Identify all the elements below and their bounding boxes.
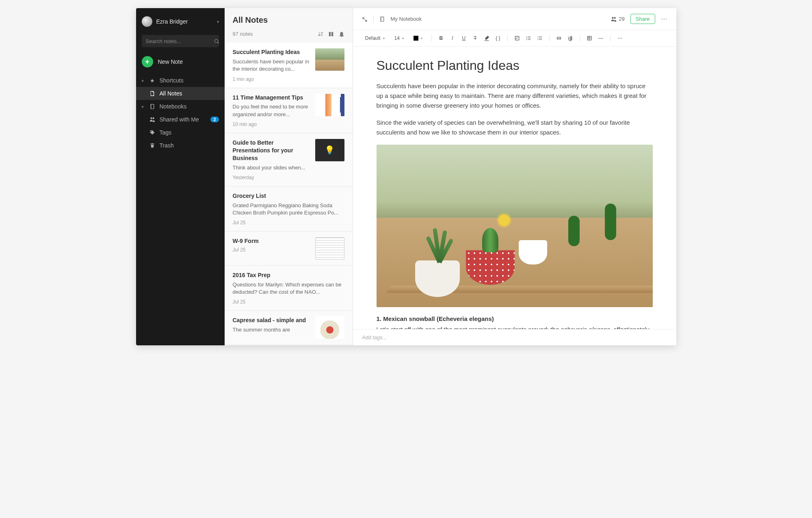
italic-button[interactable]: I xyxy=(449,35,456,41)
table-button[interactable] xyxy=(586,35,593,41)
sidebar: Ezra Bridger ▾ + New Note ▶ ★ Shortcuts … xyxy=(136,8,225,345)
note-icon xyxy=(149,90,156,97)
attachment-button[interactable] xyxy=(567,35,574,41)
strikethrough-button[interactable]: T xyxy=(472,35,479,41)
editor-header: My Notebook 29 Share ⋯ xyxy=(353,8,676,30)
note-time: 1 min ago xyxy=(233,76,311,82)
user-name: Ezra Bridger xyxy=(156,18,213,25)
chevron-down-icon: ▾ xyxy=(402,37,404,40)
people-icon xyxy=(611,16,617,22)
note-list[interactable]: Succulent Planting IdeasSucculents have … xyxy=(225,43,353,345)
list-tools xyxy=(318,30,344,37)
sidebar-item-shared[interactable]: Shared with Me 2 xyxy=(136,113,225,126)
format-toolbar: Default ▾ 14 ▾ ▾ B I U T { } xyxy=(353,30,676,47)
notebook-selector[interactable]: My Notebook xyxy=(391,16,606,22)
editor-body[interactable]: Succulent Planting Ideas Succulents have… xyxy=(353,47,676,329)
sort-icon[interactable] xyxy=(318,30,323,37)
note-thumbnail xyxy=(315,237,344,260)
list-header: All Notes xyxy=(225,8,353,27)
star-icon: ★ xyxy=(149,77,156,84)
chevron-down-icon: ▾ xyxy=(421,37,422,40)
note-card[interactable]: Guide to Better Presentations for your B… xyxy=(225,133,353,186)
people-icon xyxy=(149,116,156,123)
bullet-list-button[interactable] xyxy=(525,35,532,41)
note-snippet: Questions for Marilyn: Which expenses ca… xyxy=(233,281,344,296)
font-size-value: 14 xyxy=(394,35,400,41)
tag-icon xyxy=(149,129,156,136)
highlight-button[interactable] xyxy=(483,35,490,41)
note-card[interactable]: 2016 Tax PrepQuestions for Marilyn: Whic… xyxy=(225,266,353,311)
note-title: 2016 Tax Prep xyxy=(233,271,344,279)
share-count[interactable]: 29 xyxy=(611,16,624,22)
more-format-button[interactable]: ⋯ xyxy=(616,35,624,41)
note-snippet: Think about your slides when... xyxy=(233,164,311,171)
note-card[interactable]: 11 Time Management TipsDo you feel the n… xyxy=(225,88,353,133)
plus-icon: + xyxy=(142,56,153,67)
new-note-button[interactable]: + New Note xyxy=(136,53,225,74)
sidebar-item-shortcuts[interactable]: ▶ ★ Shortcuts xyxy=(136,74,225,87)
sidebar-item-trash[interactable]: Trash xyxy=(136,139,225,152)
share-button[interactable]: Share xyxy=(630,14,655,24)
sidebar-item-notebooks[interactable]: ▶ Notebooks xyxy=(136,100,225,113)
new-note-label: New Note xyxy=(158,59,183,65)
note-title: Succulent Planting Ideas xyxy=(233,48,311,56)
share-count-value: 29 xyxy=(619,16,624,22)
note-title: 11 Time Management Tips xyxy=(233,94,311,102)
view-toggle-icon[interactable] xyxy=(328,30,334,37)
sidebar-item-all-notes[interactable]: All Notes xyxy=(136,87,225,100)
bold-button[interactable]: B xyxy=(437,35,445,41)
note-snippet: The summer months are xyxy=(233,326,311,334)
numbered-list-button[interactable] xyxy=(536,35,543,41)
tag-bar xyxy=(353,329,676,345)
reminder-icon[interactable] xyxy=(339,30,344,37)
embedded-image[interactable] xyxy=(377,145,653,307)
font-family-select[interactable]: Default ▾ xyxy=(362,34,388,42)
code-button[interactable]: { } xyxy=(494,35,502,41)
divider-button[interactable]: — xyxy=(597,35,604,41)
note-time: Yesterday xyxy=(233,175,311,180)
paragraph[interactable]: Succulents have been popular in the inte… xyxy=(377,81,653,111)
app-window: Ezra Bridger ▾ + New Note ▶ ★ Shortcuts … xyxy=(136,8,676,345)
search-input[interactable] xyxy=(146,38,214,44)
font-family-value: Default xyxy=(365,35,381,41)
note-title: Caprese salad - simple and xyxy=(233,316,311,324)
note-time: Jul 25 xyxy=(233,220,344,225)
paragraph[interactable]: Let's start off with one of the most pro… xyxy=(377,325,653,329)
sidebar-item-label: All Notes xyxy=(160,90,219,97)
user-menu[interactable]: Ezra Bridger ▾ xyxy=(136,13,225,33)
font-color-select[interactable]: ▾ xyxy=(410,35,426,42)
note-snippet: Do you feel the need to be more organize… xyxy=(233,103,311,118)
tag-input[interactable] xyxy=(362,334,667,340)
note-thumbnail xyxy=(315,316,344,339)
note-card[interactable]: Caprese salad - simple andThe summer mon… xyxy=(225,311,353,345)
note-thumbnail: 💡 xyxy=(315,139,344,161)
sidebar-item-tags[interactable]: Tags xyxy=(136,126,225,139)
sidebar-item-label: Shortcuts xyxy=(160,77,219,84)
paragraph[interactable]: Since the wide variety of species can be… xyxy=(377,118,653,137)
note-thumbnail xyxy=(315,48,344,71)
font-size-select[interactable]: 14 ▾ xyxy=(391,34,407,42)
link-button[interactable] xyxy=(555,35,563,41)
expand-icon[interactable] xyxy=(362,15,368,22)
list-title: All Notes xyxy=(233,15,344,25)
note-title: W-9 Form xyxy=(233,237,311,245)
chevron-down-icon: ▾ xyxy=(217,20,219,24)
sidebar-item-label: Shared with Me xyxy=(160,116,207,123)
note-card[interactable]: W-9 FormJul 25 xyxy=(225,232,353,266)
underline-button[interactable]: U xyxy=(460,35,468,41)
notebook-icon xyxy=(379,16,385,22)
search-container[interactable] xyxy=(142,35,219,47)
badge: 2 xyxy=(210,117,219,122)
color-swatch-icon xyxy=(414,36,418,41)
chevron-down-icon: ▾ xyxy=(383,37,385,40)
checklist-button[interactable] xyxy=(513,35,521,41)
heading[interactable]: 1. Mexican snowball (Echeveria elegans) xyxy=(377,315,653,322)
note-thumbnail xyxy=(315,94,344,116)
note-card[interactable]: Succulent Planting IdeasSucculents have … xyxy=(225,43,353,88)
note-card[interactable]: Grocery ListGrated Parmigiano Reggiano B… xyxy=(225,186,353,232)
note-count: 97 notes xyxy=(233,31,318,37)
note-time: Jul 25 xyxy=(233,247,311,253)
more-icon[interactable]: ⋯ xyxy=(661,15,667,23)
document-title[interactable]: Succulent Planting Ideas xyxy=(377,58,653,73)
note-title: Guide to Better Presentations for your B… xyxy=(233,139,311,162)
